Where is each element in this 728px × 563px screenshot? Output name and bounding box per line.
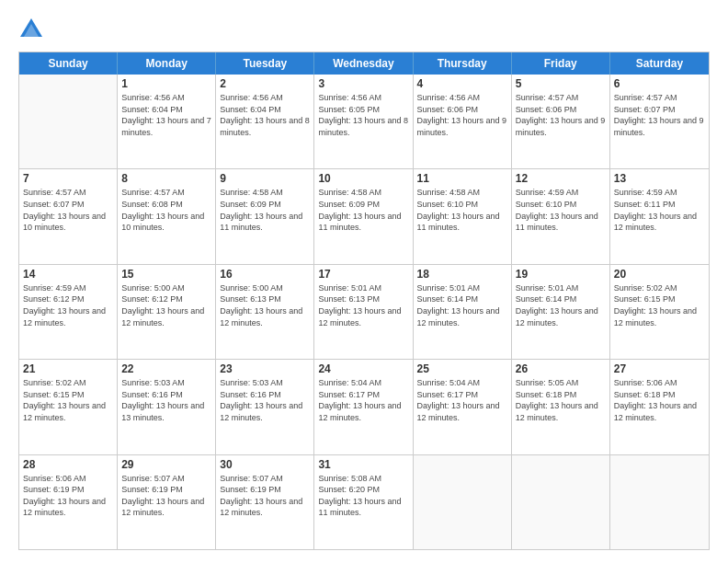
day-number: 17 bbox=[318, 268, 408, 281]
sun-info: Sunrise: 5:03 AM Sunset: 6:16 PM Dayligh… bbox=[121, 377, 211, 423]
sun-info: Sunrise: 4:59 AM Sunset: 6:11 PM Dayligh… bbox=[614, 187, 705, 233]
calendar-cell bbox=[414, 455, 512, 549]
day-number: 5 bbox=[516, 77, 606, 90]
day-number: 1 bbox=[121, 77, 211, 90]
calendar-cell: 2Sunrise: 4:56 AM Sunset: 6:04 PM Daylig… bbox=[216, 75, 314, 168]
calendar-cell: 6Sunrise: 4:57 AM Sunset: 6:07 PM Daylig… bbox=[610, 75, 709, 168]
day-number: 4 bbox=[417, 77, 507, 90]
day-number: 15 bbox=[121, 268, 211, 281]
sun-info: Sunrise: 5:02 AM Sunset: 6:15 PM Dayligh… bbox=[614, 282, 705, 328]
sun-info: Sunrise: 4:57 AM Sunset: 6:06 PM Dayligh… bbox=[516, 92, 606, 138]
calendar: SundayMondayTuesdayWednesdayThursdayFrid… bbox=[18, 52, 710, 550]
sun-info: Sunrise: 4:56 AM Sunset: 6:04 PM Dayligh… bbox=[220, 92, 310, 138]
calendar-row: 7Sunrise: 4:57 AM Sunset: 6:07 PM Daylig… bbox=[19, 169, 709, 264]
day-number: 28 bbox=[23, 458, 113, 471]
sun-info: Sunrise: 5:04 AM Sunset: 6:17 PM Dayligh… bbox=[417, 377, 507, 423]
calendar-cell: 30Sunrise: 5:07 AM Sunset: 6:19 PM Dayli… bbox=[216, 455, 314, 549]
calendar-cell: 5Sunrise: 4:57 AM Sunset: 6:06 PM Daylig… bbox=[512, 75, 610, 168]
calendar-cell: 11Sunrise: 4:58 AM Sunset: 6:10 PM Dayli… bbox=[414, 169, 512, 263]
day-number: 31 bbox=[318, 458, 408, 471]
calendar-cell: 7Sunrise: 4:57 AM Sunset: 6:07 PM Daylig… bbox=[19, 169, 118, 263]
weekday-header: Wednesday bbox=[314, 52, 413, 75]
sun-info: Sunrise: 5:05 AM Sunset: 6:18 PM Dayligh… bbox=[516, 377, 606, 423]
sun-info: Sunrise: 5:04 AM Sunset: 6:17 PM Dayligh… bbox=[318, 377, 408, 423]
calendar-cell: 24Sunrise: 5:04 AM Sunset: 6:17 PM Dayli… bbox=[314, 360, 413, 454]
calendar-cell: 25Sunrise: 5:04 AM Sunset: 6:17 PM Dayli… bbox=[414, 360, 512, 454]
day-number: 29 bbox=[121, 458, 211, 471]
sun-info: Sunrise: 4:59 AM Sunset: 6:12 PM Dayligh… bbox=[23, 282, 113, 328]
sun-info: Sunrise: 4:58 AM Sunset: 6:10 PM Dayligh… bbox=[417, 187, 507, 233]
calendar-cell: 10Sunrise: 4:58 AM Sunset: 6:09 PM Dayli… bbox=[314, 169, 413, 263]
calendar-cell: 9Sunrise: 4:58 AM Sunset: 6:09 PM Daylig… bbox=[216, 169, 314, 263]
day-number: 26 bbox=[516, 362, 606, 375]
calendar-cell: 17Sunrise: 5:01 AM Sunset: 6:13 PM Dayli… bbox=[314, 265, 413, 359]
calendar-cell: 22Sunrise: 5:03 AM Sunset: 6:16 PM Dayli… bbox=[118, 360, 216, 454]
day-number: 9 bbox=[220, 172, 310, 185]
day-number: 21 bbox=[23, 362, 113, 375]
day-number: 30 bbox=[220, 458, 310, 471]
calendar-cell: 15Sunrise: 5:00 AM Sunset: 6:12 PM Dayli… bbox=[118, 265, 216, 359]
calendar-cell: 12Sunrise: 4:59 AM Sunset: 6:10 PM Dayli… bbox=[512, 169, 610, 263]
day-number: 25 bbox=[417, 362, 507, 375]
sun-info: Sunrise: 5:07 AM Sunset: 6:19 PM Dayligh… bbox=[220, 473, 310, 519]
sun-info: Sunrise: 5:03 AM Sunset: 6:16 PM Dayligh… bbox=[220, 377, 310, 423]
day-number: 8 bbox=[121, 172, 211, 185]
calendar-cell: 20Sunrise: 5:02 AM Sunset: 6:15 PM Dayli… bbox=[610, 265, 709, 359]
day-number: 7 bbox=[23, 172, 113, 185]
sun-info: Sunrise: 4:57 AM Sunset: 6:07 PM Dayligh… bbox=[23, 187, 113, 233]
calendar-cell: 13Sunrise: 4:59 AM Sunset: 6:11 PM Dayli… bbox=[610, 169, 709, 263]
sun-info: Sunrise: 4:57 AM Sunset: 6:08 PM Dayligh… bbox=[121, 187, 211, 233]
calendar-cell: 31Sunrise: 5:08 AM Sunset: 6:20 PM Dayli… bbox=[314, 455, 413, 549]
sun-info: Sunrise: 5:00 AM Sunset: 6:13 PM Dayligh… bbox=[220, 282, 310, 328]
day-number: 11 bbox=[417, 172, 507, 185]
calendar-cell: 3Sunrise: 4:56 AM Sunset: 6:05 PM Daylig… bbox=[314, 75, 413, 168]
day-number: 23 bbox=[220, 362, 310, 375]
sun-info: Sunrise: 4:56 AM Sunset: 6:04 PM Dayligh… bbox=[121, 92, 211, 138]
day-number: 2 bbox=[220, 77, 310, 90]
calendar-cell: 28Sunrise: 5:06 AM Sunset: 6:19 PM Dayli… bbox=[19, 455, 118, 549]
calendar-cell: 16Sunrise: 5:00 AM Sunset: 6:13 PM Dayli… bbox=[216, 265, 314, 359]
weekday-header: Friday bbox=[512, 52, 610, 75]
calendar-cell: 14Sunrise: 4:59 AM Sunset: 6:12 PM Dayli… bbox=[19, 265, 118, 359]
weekday-header: Thursday bbox=[414, 52, 512, 75]
sun-info: Sunrise: 4:56 AM Sunset: 6:06 PM Dayligh… bbox=[417, 92, 507, 138]
calendar-cell: 26Sunrise: 5:05 AM Sunset: 6:18 PM Dayli… bbox=[512, 360, 610, 454]
day-number: 6 bbox=[614, 77, 705, 90]
day-number: 12 bbox=[516, 172, 606, 185]
weekday-header: Saturday bbox=[610, 52, 709, 75]
weekday-header: Tuesday bbox=[216, 52, 314, 75]
calendar-row: 1Sunrise: 4:56 AM Sunset: 6:04 PM Daylig… bbox=[19, 75, 709, 169]
calendar-cell bbox=[512, 455, 610, 549]
sun-info: Sunrise: 5:07 AM Sunset: 6:19 PM Dayligh… bbox=[121, 473, 211, 519]
sun-info: Sunrise: 5:02 AM Sunset: 6:15 PM Dayligh… bbox=[23, 377, 113, 423]
calendar-cell: 27Sunrise: 5:06 AM Sunset: 6:18 PM Dayli… bbox=[610, 360, 709, 454]
calendar-cell: 23Sunrise: 5:03 AM Sunset: 6:16 PM Dayli… bbox=[216, 360, 314, 454]
sun-info: Sunrise: 4:58 AM Sunset: 6:09 PM Dayligh… bbox=[318, 187, 408, 233]
calendar-body: 1Sunrise: 4:56 AM Sunset: 6:04 PM Daylig… bbox=[19, 75, 709, 549]
sun-info: Sunrise: 4:58 AM Sunset: 6:09 PM Dayligh… bbox=[220, 187, 310, 233]
sun-info: Sunrise: 5:06 AM Sunset: 6:19 PM Dayligh… bbox=[23, 473, 113, 519]
sun-info: Sunrise: 5:01 AM Sunset: 6:14 PM Dayligh… bbox=[516, 282, 606, 328]
sun-info: Sunrise: 5:08 AM Sunset: 6:20 PM Dayligh… bbox=[318, 473, 408, 519]
sun-info: Sunrise: 5:06 AM Sunset: 6:18 PM Dayligh… bbox=[614, 377, 705, 423]
day-number: 19 bbox=[516, 268, 606, 281]
sun-info: Sunrise: 5:01 AM Sunset: 6:13 PM Dayligh… bbox=[318, 282, 408, 328]
calendar-cell bbox=[19, 75, 118, 168]
calendar-cell: 21Sunrise: 5:02 AM Sunset: 6:15 PM Dayli… bbox=[19, 360, 118, 454]
day-number: 16 bbox=[220, 268, 310, 281]
day-number: 13 bbox=[614, 172, 705, 185]
day-number: 3 bbox=[318, 77, 408, 90]
calendar-header: SundayMondayTuesdayWednesdayThursdayFrid… bbox=[19, 52, 709, 75]
calendar-cell bbox=[610, 455, 709, 549]
day-number: 14 bbox=[23, 268, 113, 281]
calendar-cell: 4Sunrise: 4:56 AM Sunset: 6:06 PM Daylig… bbox=[414, 75, 512, 168]
calendar-row: 14Sunrise: 4:59 AM Sunset: 6:12 PM Dayli… bbox=[19, 265, 709, 360]
day-number: 18 bbox=[417, 268, 507, 281]
calendar-row: 21Sunrise: 5:02 AM Sunset: 6:15 PM Dayli… bbox=[19, 360, 709, 454]
logo bbox=[18, 17, 48, 42]
sun-info: Sunrise: 5:01 AM Sunset: 6:14 PM Dayligh… bbox=[417, 282, 507, 328]
page: SundayMondayTuesdayWednesdayThursdayFrid… bbox=[0, 0, 728, 563]
day-number: 10 bbox=[318, 172, 408, 185]
day-number: 27 bbox=[614, 362, 705, 375]
calendar-cell: 1Sunrise: 4:56 AM Sunset: 6:04 PM Daylig… bbox=[118, 75, 216, 168]
